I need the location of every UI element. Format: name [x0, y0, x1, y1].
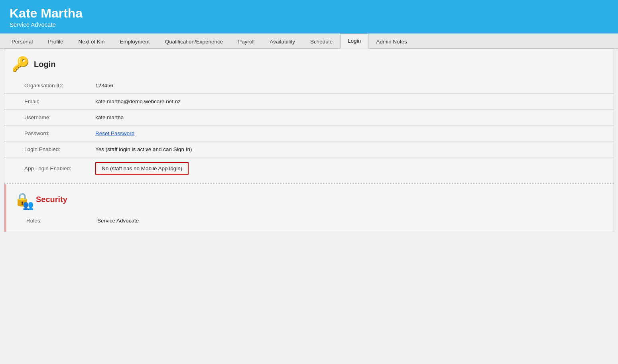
login-value-1: kate.martha@demo.webcare.net.nz — [92, 94, 187, 109]
login-label-4: Login Enabled: — [4, 142, 92, 157]
roles-label: Roles: — [6, 213, 94, 228]
reset-password-link[interactable]: Reset Password — [95, 130, 134, 136]
login-field-5: App Login Enabled:No (staff has no Mobil… — [4, 157, 614, 179]
tab-login[interactable]: Login — [340, 33, 368, 49]
tab-employment[interactable]: Employment — [112, 34, 157, 49]
security-field-roles: Roles: Service Advocate — [6, 213, 614, 228]
login-value-2: kate.martha — [92, 110, 130, 125]
login-fields: Organisation ID:123456Email:kate.martha@… — [4, 78, 614, 183]
login-field-2: Username:kate.martha — [4, 109, 614, 125]
app-login-value: No (staff has no Mobile App login) — [95, 162, 189, 175]
login-value-5: No (staff has no Mobile App login) — [92, 157, 195, 179]
login-label-0: Organisation ID: — [4, 78, 92, 93]
security-section-header: 🔒 👥 Security — [6, 184, 614, 213]
login-section: 🔑 Login Organisation ID:123456Email:kate… — [4, 49, 614, 183]
tab-bar: PersonalProfileNext of KinEmploymentQual… — [0, 33, 618, 49]
security-fields: Roles: Service Advocate — [6, 213, 614, 232]
keys-icon: 🔑 — [11, 55, 30, 74]
security-section: 🔒 👥 Security Roles: Service Advocate — [4, 184, 614, 232]
sections-wrapper: 🔑 Login Organisation ID:123456Email:kate… — [4, 49, 614, 232]
login-label-3: Password: — [4, 126, 92, 141]
login-value-4: Yes (staff login is active and can Sign … — [92, 142, 198, 157]
login-label-2: Username: — [4, 110, 92, 125]
login-label-1: Email: — [4, 94, 92, 109]
tab-availability[interactable]: Availability — [262, 34, 303, 49]
login-section-title: Login — [34, 60, 55, 69]
tab-profile[interactable]: Profile — [40, 34, 71, 49]
login-field-3: Password:Reset Password — [4, 125, 614, 141]
login-field-1: Email:kate.martha@demo.webcare.net.nz — [4, 93, 614, 109]
tab-admin-notes[interactable]: Admin Notes — [368, 34, 414, 49]
tab-schedule[interactable]: Schedule — [303, 34, 340, 49]
login-value-3: Reset Password — [92, 126, 141, 141]
content-area: 🔑 Login Organisation ID:123456Email:kate… — [0, 49, 618, 232]
security-icon: 🔒 👥 — [13, 190, 32, 209]
page-header: Kate Martha Service Advocate — [0, 0, 618, 33]
login-label-5: App Login Enabled: — [4, 161, 92, 176]
tab-next-of-kin[interactable]: Next of Kin — [71, 34, 112, 49]
staff-name: Kate Martha — [10, 6, 608, 20]
page-wrapper: Kate Martha Service Advocate PersonalPro… — [0, 0, 618, 232]
login-field-4: Login Enabled:Yes (staff login is active… — [4, 141, 614, 157]
tab-personal[interactable]: Personal — [4, 34, 40, 49]
roles-value: Service Advocate — [94, 213, 145, 228]
login-field-0: Organisation ID:123456 — [4, 78, 614, 93]
staff-role: Service Advocate — [10, 21, 608, 28]
tab-qualification[interactable]: Qualification/Experience — [157, 34, 231, 49]
security-section-title: Security — [36, 195, 67, 204]
tab-payroll[interactable]: Payroll — [230, 34, 262, 49]
login-value-0: 123456 — [92, 78, 120, 93]
login-section-header: 🔑 Login — [4, 49, 614, 78]
